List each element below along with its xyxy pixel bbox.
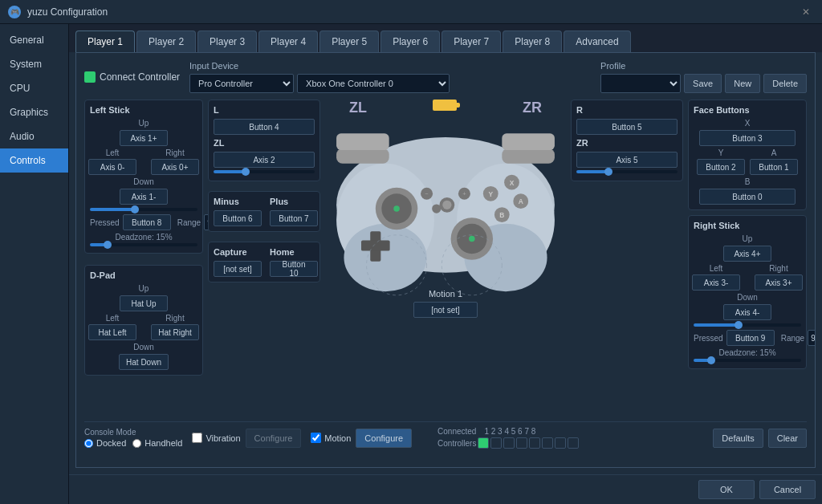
tab-player2[interactable]: Player 2 — [136, 30, 196, 52]
minus-btn[interactable]: Button 6 — [214, 210, 262, 226]
input-device-select[interactable]: Xbox One Controller 0 — [297, 74, 450, 93]
minus-title: Minus — [214, 197, 262, 206]
battery-icon — [433, 100, 457, 111]
handheld-radio[interactable] — [132, 439, 141, 448]
motion-cb-label: Motion — [324, 433, 351, 443]
rs-pressed-btn[interactable]: Button 9 — [726, 330, 775, 346]
sidebar-item-cpu[interactable]: CPU — [0, 76, 68, 100]
tab-player3[interactable]: Player 3 — [197, 30, 257, 52]
sidebar-item-audio[interactable]: Audio — [0, 124, 68, 148]
svg-rect-28 — [336, 133, 389, 150]
tab-player8[interactable]: Player 8 — [503, 30, 562, 52]
close-button[interactable]: ✕ — [798, 4, 814, 20]
motion-configure-btn[interactable]: Configure — [356, 429, 412, 448]
controllers-label: Controllers — [437, 439, 476, 448]
tab-advanced[interactable]: Advanced — [564, 30, 630, 52]
zl-btn[interactable]: Axis 2 — [214, 152, 315, 168]
l-zl-group: L Button 4 ZL Axis 2 — [208, 100, 320, 181]
ls-down-btn[interactable]: Axis 1- — [120, 189, 168, 205]
x-btn[interactable]: Button 3 — [699, 130, 796, 146]
b-btn[interactable]: Button 0 — [699, 189, 796, 205]
l-btn[interactable]: Button 4 — [214, 119, 315, 135]
app-icon: 🎮 — [8, 6, 21, 18]
rs-down-btn[interactable]: Axis 4- — [723, 304, 771, 320]
sidebar-item-general[interactable]: General — [0, 28, 68, 52]
tab-player1[interactable]: Player 1 — [75, 30, 135, 52]
tab-player7[interactable]: Player 7 — [442, 30, 501, 52]
r-zr-group: R Button 5 ZR Axis 5 — [571, 100, 683, 181]
clear-button[interactable]: Clear — [768, 429, 807, 448]
y-label: Y — [718, 148, 724, 157]
motion-checkbox[interactable] — [311, 433, 321, 443]
docked-radio[interactable] — [84, 439, 93, 448]
rs-up-btn[interactable]: Axis 4+ — [723, 246, 771, 262]
home-title: Home — [270, 247, 318, 257]
svg-point-32 — [393, 205, 400, 212]
ls-right-btn[interactable]: Axis 0+ — [151, 159, 199, 175]
dpad-down-btn[interactable]: Hat Down — [119, 354, 169, 370]
vibration-checkbox[interactable] — [192, 433, 202, 443]
rs-right-btn[interactable]: Axis 3+ — [755, 274, 803, 291]
rs-left-btn[interactable]: Axis 3- — [692, 274, 740, 291]
docked-radio-group[interactable]: Docked — [84, 438, 126, 448]
action-buttons: OK Cancel — [69, 474, 822, 504]
ls-up-label: Up — [139, 119, 149, 128]
plus-title: Plus — [270, 197, 318, 206]
l-title: L — [214, 105, 315, 115]
r-btn[interactable]: Button 5 — [576, 119, 678, 135]
delete-button[interactable]: Delete — [763, 74, 807, 93]
svg-text:X: X — [510, 179, 515, 187]
ls-right-label: Right — [165, 148, 184, 157]
tab-player5[interactable]: Player 5 — [319, 30, 379, 52]
sidebar-item-graphics[interactable]: Graphics — [0, 100, 68, 124]
y-btn[interactable]: Button 2 — [697, 159, 745, 175]
save-button[interactable]: Save — [684, 74, 722, 93]
rs-right-label: Right — [769, 264, 787, 273]
tab-content: Connect Controller Input Device Pro Cont… — [75, 52, 816, 468]
dpad-right-btn[interactable]: Hat Right — [151, 324, 199, 340]
defaults-button[interactable]: Defaults — [713, 429, 763, 448]
motion-btn[interactable]: [not set] — [413, 302, 478, 318]
ok-button[interactable]: OK — [698, 480, 755, 499]
controller-indicator-2 — [490, 437, 502, 449]
svg-text:B: B — [499, 211, 504, 219]
home-btn[interactable]: Button 10 — [270, 261, 318, 277]
ls-down-label: Down — [133, 177, 154, 186]
svg-rect-10 — [361, 240, 390, 250]
dpad-left-btn[interactable]: Hat Left — [88, 324, 136, 340]
new-button[interactable]: New — [725, 74, 760, 93]
a-btn[interactable]: Button 1 — [750, 159, 798, 175]
cancel-button[interactable]: Cancel — [759, 480, 816, 499]
docked-label: Docked — [96, 438, 126, 448]
ls-left-btn[interactable]: Axis 0- — [88, 159, 136, 175]
svg-point-24 — [442, 201, 451, 209]
sidebar-item-system[interactable]: System — [0, 52, 68, 76]
vibration-configure-btn[interactable]: Configure — [246, 429, 302, 448]
dpad-down-label: Down — [133, 343, 154, 352]
motion-checkbox-group[interactable]: Motion — [311, 433, 351, 443]
dpad-up-btn[interactable]: Hat Up — [120, 295, 168, 311]
ls-up-btn[interactable]: Axis 1+ — [120, 130, 168, 146]
left-stick-group: Left Stick Up Axis 1+ Left Axis 0- — [84, 100, 203, 254]
controllers-num-label: 1 2 3 4 5 6 7 8 — [484, 427, 535, 436]
profile-select[interactable] — [600, 74, 681, 93]
handheld-radio-group[interactable]: Handheld — [132, 438, 182, 448]
svg-text:A: A — [519, 197, 523, 205]
dpad-group: D-Pad Up Hat Up Left Hat Left — [84, 265, 203, 376]
capture-btn[interactable]: [not set] — [214, 261, 262, 277]
tab-player4[interactable]: Player 4 — [258, 30, 318, 52]
vibration-checkbox-group[interactable]: Vibration — [192, 433, 240, 443]
tab-player6[interactable]: Player 6 — [380, 30, 440, 52]
controller-type-select[interactable]: Pro Controller — [189, 74, 294, 93]
zr-btn[interactable]: Axis 5 — [576, 152, 678, 168]
zl-controller-label: ZL — [349, 100, 367, 116]
rs-left-label: Left — [710, 264, 723, 273]
svg-text:Y: Y — [488, 190, 493, 198]
plus-btn[interactable]: Button 7 — [270, 210, 318, 226]
sidebar-item-controls[interactable]: Controls — [0, 148, 68, 173]
capture-home-group: Capture [not set] Home Button 10 — [208, 242, 320, 282]
ls-pressed-btn[interactable]: Button 8 — [123, 214, 171, 230]
rs-range-value[interactable]: 95% — [808, 330, 816, 346]
connect-indicator — [84, 71, 96, 83]
zr-title: ZR — [576, 138, 678, 148]
